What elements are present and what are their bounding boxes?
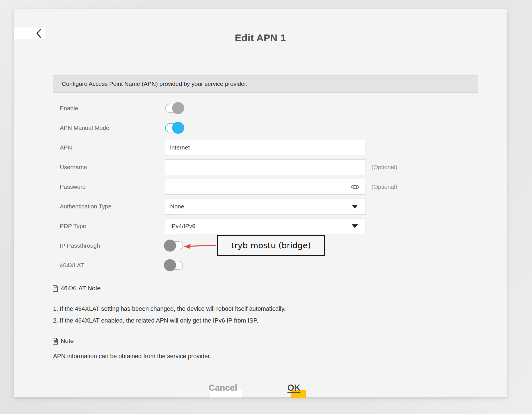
- document-icon: [52, 285, 58, 292]
- password-input[interactable]: [165, 179, 366, 195]
- field-label: Enable: [60, 105, 165, 112]
- note-heading-label: Note: [61, 337, 74, 345]
- chevron-down-icon: [352, 205, 358, 208]
- optional-hint: (Optional): [371, 164, 397, 171]
- annotation-box: tryb mostu (bridge): [217, 235, 325, 256]
- note-heading: Note: [52, 337, 74, 345]
- field-label: Username: [60, 164, 165, 171]
- chevron-down-icon: [352, 224, 358, 228]
- field-label: IP Passthrough: [60, 242, 165, 249]
- document-icon: [52, 338, 58, 345]
- field-label: Authentication Type: [60, 203, 165, 210]
- xlat-note-line: 1. If the 464XLAT setting has beeen chan…: [53, 305, 286, 312]
- info-banner: Configure Access Point Name (APN) provid…: [53, 75, 478, 93]
- field-label: PDP Type: [60, 223, 165, 229]
- authentication-type-select[interactable]: None: [165, 199, 366, 215]
- form-row-password: Password (Optional): [14, 177, 507, 197]
- selected-value: None: [170, 203, 184, 210]
- edit-apn-dialog: Edit APN 1 Configure Access Point Name (…: [14, 9, 507, 397]
- form-row-apn-manual-mode: APN Manual Mode: [14, 118, 507, 138]
- field-label: APN: [60, 144, 165, 151]
- ok-button[interactable]: OK: [281, 383, 307, 393]
- form-row-authentication-type: Authentication Type None: [14, 197, 507, 216]
- note-body: APN information can be obtained from the…: [53, 353, 211, 360]
- cancel-button[interactable]: Cancel: [200, 383, 245, 393]
- apn-input[interactable]: [165, 140, 366, 155]
- ip-passthrough-toggle[interactable]: [165, 241, 183, 250]
- optional-hint: (Optional): [371, 183, 397, 190]
- field-label: APN Manual Mode: [60, 125, 165, 131]
- enable-toggle[interactable]: [165, 104, 183, 113]
- field-label: Password: [60, 183, 165, 190]
- pdp-type-select[interactable]: IPv4/IPv6: [165, 218, 366, 234]
- xlat-note-heading: 464XLAT Note: [52, 285, 101, 292]
- xlat-note-heading-label: 464XLAT Note: [61, 285, 101, 292]
- form-row-464xlat: 464XLAT: [14, 256, 507, 275]
- red-arrow-icon: [183, 242, 217, 251]
- form-row-username: Username (Optional): [14, 157, 507, 177]
- form-row-enable: Enable: [14, 98, 507, 118]
- page-background: { "header": { "title": "Edit APN 1", "ba…: [0, 0, 532, 414]
- form-row-apn: APN: [14, 138, 507, 157]
- apn-manual-mode-toggle[interactable]: [165, 123, 183, 132]
- page-title: Edit APN 1: [14, 32, 507, 43]
- xlat-toggle[interactable]: [165, 261, 183, 270]
- annotation-text: tryb mostu (bridge): [231, 241, 311, 250]
- selected-value: IPv4/IPv6: [170, 223, 195, 229]
- header-divider: [28, 53, 497, 53]
- eye-icon[interactable]: [351, 183, 360, 190]
- xlat-note-line: 2. If the 464XLAT enabled, the related A…: [53, 317, 258, 324]
- field-label: 464XLAT: [60, 262, 165, 269]
- username-input[interactable]: [165, 159, 366, 175]
- form-row-pdp-type: PDP Type IPv4/IPv6: [14, 216, 507, 236]
